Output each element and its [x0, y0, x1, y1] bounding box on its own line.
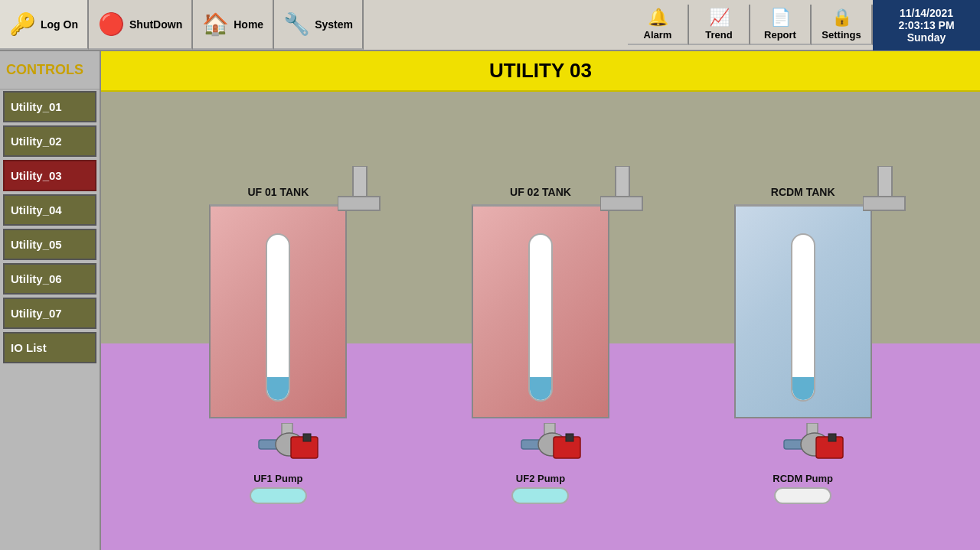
rcdm-wrapper: [734, 204, 872, 418]
toolbar-right: 🔔 Alarm 📈 Trend 📄 Report 🔒 Settings 11/1…: [628, 0, 980, 50]
svg-rect-20: [828, 434, 836, 441]
tank-rcdm: RCDM TANK: [734, 186, 872, 504]
shutdown-button[interactable]: 🔴 ShutDown: [89, 0, 193, 50]
system-label: System: [315, 18, 353, 31]
uf01-pump-label: UF1 Pump: [253, 473, 302, 484]
rcdm-pump-label: RCDM Pump: [773, 473, 833, 484]
uf01-label: UF 01 TANK: [247, 186, 309, 198]
uf02-pump-svg: [498, 423, 583, 473]
trend-icon: 📈: [709, 8, 730, 28]
main-layout: CONTROLS Utility_01 Utility_02 Utility_0…: [0, 51, 980, 550]
system-button[interactable]: 🔧 System: [274, 0, 364, 50]
rcdm-pump-area: RCDM Pump: [761, 423, 845, 504]
uf01-pump-svg: [236, 423, 320, 473]
uf02-fill: [530, 377, 551, 400]
home-icon: 🏠: [202, 11, 229, 37]
uf02-pump-area: UF2 Pump: [498, 423, 583, 504]
alarm-icon: 🔔: [648, 8, 668, 28]
logon-label: Log On: [41, 18, 78, 31]
home-button[interactable]: 🏠 Home: [193, 0, 274, 50]
settings-icon: 🔒: [831, 8, 852, 28]
shutdown-icon: 🔴: [98, 11, 125, 37]
uf02-top-pipe: [600, 166, 654, 227]
svg-rect-15: [863, 197, 905, 210]
report-button[interactable]: 📄 Report: [750, 5, 812, 45]
page-title: UTILITY 03: [101, 51, 980, 92]
svg-rect-13: [566, 434, 573, 441]
uf01-top-pipe: [338, 166, 391, 227]
svg-rect-8: [600, 197, 642, 210]
svg-rect-1: [338, 197, 380, 210]
uf01-pump-area: UF1 Pump: [236, 423, 320, 504]
toolbar: 🔑 Log On 🔴 ShutDown 🏠 Home 🔧 System 🔔 Al…: [0, 0, 980, 51]
trend-label: Trend: [705, 29, 732, 41]
uf01-fill: [267, 377, 289, 400]
settings-label: Settings: [822, 29, 861, 41]
uf01-wrapper: [209, 204, 347, 418]
tank-uf01: UF 01 TANK: [209, 186, 347, 504]
rcdm-label: RCDM TANK: [771, 186, 835, 198]
sidebar-header: CONTROLS: [0, 51, 100, 89]
uf01-pump-indicator[interactable]: [250, 487, 307, 504]
toolbar-spacer: [364, 0, 628, 50]
logon-icon: 🔑: [9, 11, 36, 37]
uf02-tube: [528, 233, 553, 402]
rcdm-pump-svg: [761, 423, 845, 473]
uf02-wrapper: [472, 204, 609, 418]
day-display: Sunday: [907, 31, 946, 44]
uf01-tube: [266, 233, 290, 402]
controls-label: CONTROLS: [6, 62, 83, 78]
logon-button[interactable]: 🔑 Log On: [0, 0, 89, 50]
rcdm-tube: [791, 233, 815, 402]
uf01-body: [209, 204, 347, 418]
svg-rect-6: [303, 434, 311, 441]
sidebar: CONTROLS Utility_01 Utility_02 Utility_0…: [0, 51, 101, 550]
tanks-container: UF 01 TANK: [101, 92, 980, 550]
system-icon: 🔧: [283, 11, 310, 37]
alarm-button[interactable]: 🔔 Alarm: [628, 5, 689, 45]
report-label: Report: [764, 29, 796, 41]
uf02-pump-label: UF2 Pump: [516, 473, 565, 484]
uf02-label: UF 02 TANK: [510, 186, 571, 198]
process-area: UF 01 TANK: [101, 92, 980, 550]
rcdm-top-pipe: [863, 166, 916, 227]
sidebar-item-utility05[interactable]: Utility_05: [3, 229, 96, 260]
report-icon: 📄: [770, 8, 791, 28]
rcdm-pump-indicator[interactable]: [774, 487, 831, 504]
settings-button[interactable]: 🔒 Settings: [812, 5, 873, 45]
sidebar-item-utility06[interactable]: Utility_06: [3, 263, 96, 295]
sidebar-item-utility07[interactable]: Utility_07: [3, 298, 96, 329]
datetime-display: 11/14/2021 2:03:13 PM Sunday: [873, 0, 980, 50]
trend-button[interactable]: 📈 Trend: [689, 5, 750, 45]
sidebar-item-utility02[interactable]: Utility_02: [3, 125, 96, 157]
alarm-label: Alarm: [644, 29, 672, 41]
sidebar-item-iolist[interactable]: IO List: [3, 332, 96, 363]
shutdown-label: ShutDown: [129, 18, 182, 31]
sidebar-item-utility03[interactable]: Utility_03: [3, 160, 96, 191]
uf02-body: [472, 204, 609, 418]
home-label: Home: [234, 18, 263, 31]
rcdm-body: [734, 204, 872, 418]
sidebar-item-utility04[interactable]: Utility_04: [3, 194, 96, 226]
uf02-pump-indicator[interactable]: [511, 487, 569, 504]
rcdm-fill: [792, 377, 814, 400]
time-display: 2:03:13 PM: [898, 19, 954, 31]
sidebar-item-utility01[interactable]: Utility_01: [3, 91, 96, 122]
content-area: UTILITY 03 UF 01 TANK: [101, 51, 980, 550]
page-title-text: UTILITY 03: [489, 59, 592, 82]
date-display: 11/14/2021: [900, 7, 953, 19]
tank-uf02: UF 02 TANK: [472, 186, 609, 504]
